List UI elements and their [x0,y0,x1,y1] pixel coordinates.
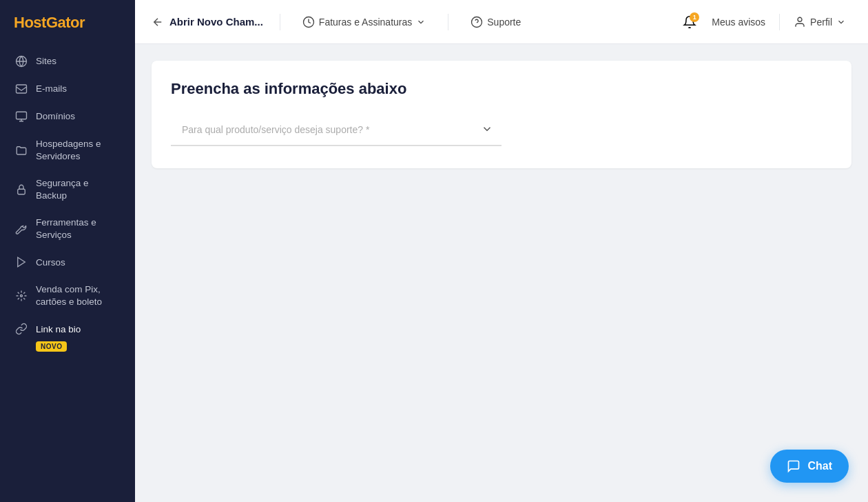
sidebar-nav: Sites E-mails Domínios Hospedagens e Ser… [0,48,135,502]
sidebar-emails-label: E-mails [36,83,67,95]
card-title: Preencha as informações abaixo [171,80,832,98]
support-label: Suporte [487,17,521,28]
sidebar-domains-label: Domínios [36,110,75,123]
sidebar-item-security[interactable]: Segurança e Backup [6,170,130,208]
svg-point-7 [472,17,482,27]
lock-icon [15,183,28,196]
main-area: Abrir Novo Cham... Faturas e Assinaturas… [135,0,868,502]
svg-rect-2 [17,112,27,119]
back-arrow-icon [152,16,164,28]
billing-label: Faturas e Assinaturas [319,17,412,28]
header-divider-1 [280,14,280,30]
header: Abrir Novo Cham... Faturas e Assinaturas… [135,0,868,44]
folder-icon [15,144,28,157]
chevron-down-icon [416,17,426,27]
product-select-wrapper: Para qual produto/serviço deseja suporte… [171,114,502,146]
sidebar-courses-label: Cursos [36,257,65,269]
content-area: Preencha as informações abaixo Para qual… [135,44,868,502]
sidebar-item-sites[interactable]: Sites [6,48,130,74]
courses-icon [15,256,28,268]
header-divider-3 [779,14,780,30]
billing-nav-item[interactable]: Faturas e Assinaturas [297,12,431,32]
sidebar-item-hosting[interactable]: Hospedagens e Servidores [6,131,130,169]
sidebar-pix-label: Venda com Pix, cartões e boleto [36,283,120,308]
domain-icon [15,110,28,123]
link-icon [15,323,28,335]
svg-point-5 [21,294,23,297]
notifications-label: Meus avisos [712,17,765,28]
svg-point-8 [798,17,802,21]
sidebar-hosting-label: Hospedagens e Servidores [36,138,120,162]
header-right: 1 Meus avisos Perfil [679,11,851,33]
profile-chevron-icon [836,17,846,27]
pix-icon [15,290,28,302]
billing-icon [302,16,315,28]
support-nav-item[interactable]: Suporte [465,12,526,32]
sidebar-tools-label: Ferramentas e Serviços [36,217,120,241]
back-button[interactable]: Abrir Novo Cham... [152,16,263,28]
tools-icon [15,223,28,235]
svg-rect-1 [17,85,27,93]
header-divider-2 [448,14,448,30]
profile-icon [794,16,806,28]
sidebar-item-tools[interactable]: Ferramentas e Serviços [6,210,130,248]
notifications-button[interactable]: 1 [679,11,701,33]
profile-label: Perfil [810,17,832,28]
chat-label: Chat [807,460,832,472]
globe-icon [15,55,28,68]
profile-nav-item[interactable]: Perfil [788,12,851,32]
sidebar-sites-label: Sites [36,55,56,68]
product-select[interactable]: Para qual produto/serviço deseja suporte… [171,114,502,146]
notification-count: 1 [690,12,699,22]
back-label: Abrir Novo Cham... [169,16,263,28]
sidebar-item-pix[interactable]: Venda com Pix, cartões e boleto [6,277,130,314]
sidebar-item-courses[interactable]: Cursos [6,249,130,275]
sidebar-item-emails[interactable]: E-mails [6,76,130,102]
chat-icon [787,459,800,473]
novo-badge: NOVO [36,341,67,352]
sidebar-item-domains[interactable]: Domínios [6,103,130,130]
sidebar-item-linkbio[interactable]: Link na bio [6,316,130,342]
email-icon [15,83,28,95]
brand-logo: HostGator [0,0,135,48]
chat-button[interactable]: Chat [770,450,849,483]
sidebar-security-label: Segurança e Backup [36,177,120,201]
svg-rect-3 [18,189,25,194]
sidebar: HostGator Sites E-mails Domínios Hospeda… [0,0,135,502]
sidebar-linkbio-label: Link na bio [36,323,81,336]
support-icon [471,16,483,28]
notifications-label-item[interactable]: Meus avisos [706,12,771,32]
form-card: Preencha as informações abaixo Para qual… [152,61,851,168]
svg-marker-4 [18,258,25,268]
